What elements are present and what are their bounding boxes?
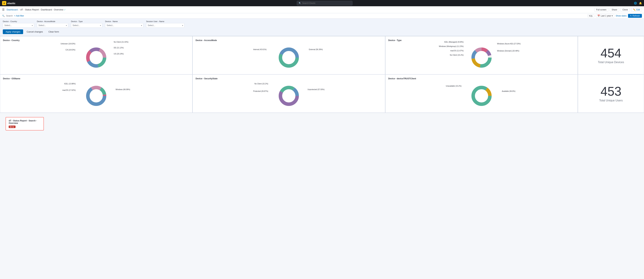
legend-unavailable: Unavailable (15.2%) — [446, 85, 462, 87]
device-securitystate-panel: Device - SecurityState No Client (15.2%)… — [192, 74, 385, 113]
device-trustclient-panel-title: Device - deviceTRUSTClient — [388, 78, 575, 80]
breadcrumb-dashboard-link[interactable]: Dashboard — [6, 8, 18, 11]
device-osname-panel-title: Device - OSName — [3, 78, 190, 80]
device-accessmode-panel: Device - AccessMode Internal (43.61%) Ex… — [192, 36, 385, 74]
device-securitystate-donut — [278, 84, 300, 107]
breadcrumb-current-page: dT - Status Report - Dashboard - Overvie… — [20, 8, 66, 11]
device-osname-chart: IGEL (13.88%) macOS (17.62%) Windows (66… — [3, 82, 190, 110]
time-picker[interactable]: 📅 Last 1 year ▾ — [596, 14, 614, 18]
dashboard-row-1: Device - Country Unknown (18.63%) CA (18… — [0, 36, 644, 74]
legend-windows-os: Windows (66.08%) — [116, 88, 130, 90]
device-trustclient-panel: Device - deviceTRUSTClient Unavailable (… — [385, 74, 578, 113]
device-securitystate-panel-title: Device - SecurityState — [196, 78, 382, 80]
elastic-logo-icon: e — [2, 1, 6, 5]
legend-protected-sec: Protected (26.87%) — [253, 90, 268, 92]
device-name-filter: Device - Name Select... — [105, 20, 143, 28]
device-accessmode-donut — [278, 46, 300, 69]
legend-macos-type: macOS (11.67%) — [439, 50, 464, 52]
legend-igel: IGEL (Managed) (9.69%) — [439, 41, 464, 43]
cancel-changes-button[interactable]: Cancel changes — [24, 30, 45, 34]
refresh-icon: ↻ — [630, 14, 632, 17]
legend-ca: CA (18.63%) — [60, 49, 75, 51]
check-icon: ✓ — [64, 8, 66, 11]
refresh-button[interactable]: ↻ Refresh — [628, 14, 642, 18]
legend-winazure: Windows (Azure AD) (27.53%) — [497, 43, 521, 45]
clear-form-button[interactable]: Clear form — [46, 30, 61, 34]
error-panel: dT - Status Report - Search - Overview E… — [6, 117, 44, 130]
legend-noclient: No Client (21.43%) — [114, 41, 128, 43]
legend-internal: Internal (43.61%) — [253, 48, 266, 50]
device-name-select[interactable]: Select... — [105, 23, 143, 28]
chevron-down-icon: ▾ — [612, 14, 613, 17]
legend-windomain: Windows (Domain) (20.48%) — [497, 50, 521, 52]
legend-winwg: Windows (Workgroup) (11.23%) — [439, 46, 464, 47]
share-button[interactable]: Share — [610, 8, 619, 12]
show-dates-button[interactable]: Show dates — [616, 14, 626, 17]
device-type-select[interactable]: Select... — [71, 23, 102, 28]
filter-search-label[interactable]: Search — [6, 14, 13, 17]
pencil-icon: ✏️ — [633, 8, 636, 11]
device-accessmode-chart: Internal (43.61%) External (56.39%) — [196, 44, 382, 72]
device-type-filter: Device - Type Select... — [71, 20, 102, 28]
fullscreen-button[interactable]: Full screen — [594, 8, 608, 12]
legend-igel-os: IGEL (13.88%) — [62, 83, 76, 85]
legend-de: DE (21.12%) — [114, 47, 128, 49]
breadcrumb-separator: / — [19, 8, 20, 11]
device-accessmode-panel-title: Device - AccessMode — [196, 39, 382, 42]
top-navigation-bar: e elastic 🔍 🌐 🔔 — [0, 0, 644, 6]
kql-badge[interactable]: KQL — [588, 14, 594, 18]
session-user-name-label: Session User - Name — [146, 20, 184, 22]
session-user-name-select[interactable]: Select... — [146, 23, 184, 28]
globe-icon[interactable]: 🌐 — [634, 2, 637, 4]
legend-noclient-sec: No Client (15.2%) — [253, 83, 268, 85]
add-filter-button[interactable]: + Add filter — [14, 14, 24, 17]
total-unique-devices-label: Total Unique Devices — [598, 61, 624, 64]
total-unique-users-panel: 453 Total Unique Users — [578, 74, 644, 113]
filter-bar: 🔍 Search + Add filter KQL 📅 Last 1 year … — [0, 13, 644, 18]
device-country-chart: Unknown (18.63%) CA (18.63%) — [3, 44, 190, 72]
bell-icon[interactable]: 🔔 — [639, 2, 642, 4]
legend-us: US (20.19%) — [114, 53, 128, 55]
global-search-bar[interactable]: 🔍 — [16, 1, 634, 6]
search-icon: 🔍 — [299, 2, 301, 4]
device-country-filter: Device - Country Select... — [3, 20, 34, 28]
device-osname-panel: Device - OSName IGEL (13.88%) macOS (17.… — [0, 74, 192, 113]
total-unique-devices-value: 454 — [600, 47, 622, 59]
apply-changes-button[interactable]: Apply changes — [3, 30, 23, 34]
device-accessmode-select[interactable]: Select... — [37, 23, 68, 28]
edit-button[interactable]: ✏️ Edit — [631, 8, 642, 12]
elastic-wordmark: elastic — [7, 2, 16, 5]
controls-row: Device - Country Select... Device - Acce… — [0, 18, 644, 36]
breadcrumb: Dashboard / dT - Status Report - Dashboa… — [6, 8, 66, 11]
device-osname-donut — [85, 84, 108, 107]
filter-search-icon: 🔍 — [2, 14, 5, 17]
device-country-select[interactable]: Select... — [3, 23, 34, 28]
search-input[interactable] — [302, 2, 350, 4]
device-securitystate-chart: No Client (15.2%) Protected (26.87%) Unp… — [196, 82, 382, 110]
menu-icon[interactable]: ☰ — [2, 8, 4, 11]
device-type-panel: Device - Type IGEL (Managed) (9.69%) Win… — [385, 36, 578, 74]
device-type-chart: IGEL (Managed) (9.69%) Windows (Workgrou… — [388, 44, 575, 72]
legend-available: Available (84.8%) — [502, 90, 516, 92]
legend-external: External (56.39%) — [309, 48, 323, 50]
device-type-donut — [470, 46, 493, 69]
device-country-label: Device - Country — [3, 20, 34, 22]
legend-unknown: Unknown (18.63%) — [60, 43, 75, 45]
device-type-label: Device - Type — [71, 20, 102, 22]
device-accessmode-label: Device - AccessMode — [37, 20, 68, 22]
total-unique-users-label: Total Unique Users — [599, 99, 622, 102]
elastic-logo[interactable]: e elastic — [2, 1, 16, 5]
device-type-panel-title: Device - Type — [388, 39, 575, 42]
legend-unprotected-sec: Unprotected (57.93%) — [308, 88, 324, 90]
clone-button[interactable]: Clone — [620, 8, 630, 12]
total-unique-users-value: 453 — [600, 85, 622, 98]
secondary-navigation: ☰ Dashboard / dT - Status Report - Dashb… — [0, 6, 644, 13]
session-user-name-filter: Session User - Name Select... — [146, 20, 184, 28]
device-accessmode-filter: Device - AccessMode Select... — [37, 20, 68, 28]
device-name-label: Device - Name — [105, 20, 143, 22]
device-country-donut — [85, 46, 108, 69]
error-panel-row: dT - Status Report - Search - Overview E… — [0, 113, 644, 135]
legend-macos-os: macOS (17.62%) — [62, 89, 76, 91]
calendar-icon: 📅 — [598, 14, 600, 17]
device-country-panel: Device - Country Unknown (18.63%) CA (18… — [0, 36, 192, 74]
